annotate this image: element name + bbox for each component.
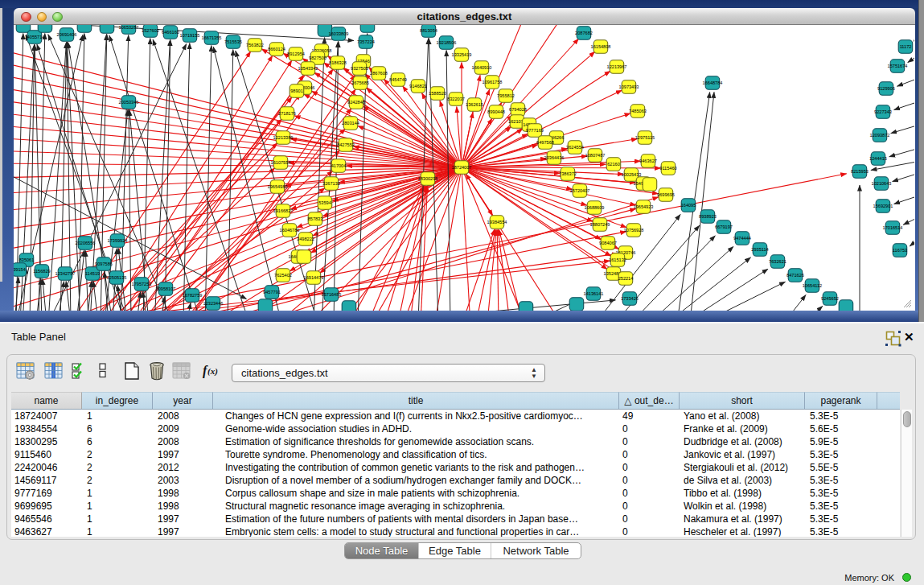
svg-text:16046786: 16046786: [280, 228, 300, 233]
svg-text:8454749: 8454749: [389, 77, 407, 82]
svg-text:8322037: 8322037: [447, 97, 465, 101]
svg-text:20364436: 20364436: [544, 155, 565, 160]
svg-text:10973493: 10973493: [619, 84, 639, 89]
svg-text:1615132: 1615132: [609, 257, 626, 262]
svg-text:10756928: 10756928: [624, 228, 644, 233]
svg-text:9327505: 9327505: [351, 66, 368, 71]
svg-text:9115460: 9115460: [659, 166, 676, 171]
svg-text:12342757: 12342757: [55, 271, 76, 276]
svg-text:9084067: 9084067: [599, 241, 617, 245]
svg-text:15716485: 15716485: [322, 292, 342, 297]
svg-text:1156829: 1156829: [33, 269, 50, 274]
svg-text:7563822: 7563822: [246, 43, 264, 47]
svg-text:9245652: 9245652: [821, 296, 839, 301]
svg-text:8813054: 8813054: [420, 28, 437, 33]
svg-text:62160: 62160: [607, 162, 620, 167]
svg-text:19654983: 19654983: [268, 184, 288, 189]
svg-text:12975115: 12975115: [635, 135, 655, 140]
svg-text:8938923: 8938923: [699, 214, 717, 219]
svg-text:53594: 53594: [318, 200, 331, 205]
svg-text:114519: 114519: [85, 271, 100, 276]
svg-text:16914479: 16914479: [304, 275, 324, 280]
svg-text:10961758: 10961758: [483, 80, 503, 84]
svg-text:9097586: 9097586: [95, 262, 113, 266]
svg-text:417004: 417004: [331, 163, 347, 168]
svg-text:8912954: 8912954: [287, 51, 305, 56]
svg-text:6794028: 6794028: [509, 107, 527, 112]
svg-text:3675685: 3675685: [351, 80, 369, 85]
svg-text:17359924: 17359924: [108, 238, 128, 243]
svg-text:16640910: 16640910: [472, 65, 492, 70]
svg-text:116753: 116753: [893, 248, 907, 253]
svg-text:9827500: 9827500: [309, 56, 326, 60]
svg-text:12505135: 12505135: [107, 275, 127, 280]
svg-text:8427552: 8427552: [337, 142, 355, 147]
svg-text:10210643: 10210643: [872, 181, 892, 186]
svg-text:14136141: 14136141: [584, 291, 604, 296]
svg-text:3267130: 3267130: [322, 181, 340, 186]
svg-text:18300295: 18300295: [418, 176, 438, 181]
svg-text:2935114: 2935114: [751, 247, 768, 252]
svg-text:7515535: 7515535: [224, 39, 242, 44]
svg-text:9474444: 9474444: [733, 236, 751, 241]
svg-text:13325419: 13325419: [452, 52, 472, 57]
svg-text:16107554: 16107554: [271, 160, 291, 165]
svg-text:10654112: 10654112: [803, 283, 822, 288]
svg-text:39154: 39154: [14, 267, 26, 272]
svg-text:9146821: 9146821: [409, 84, 427, 89]
svg-text:10719155: 10719155: [180, 33, 200, 38]
svg-text:16033809: 16033809: [329, 31, 349, 36]
svg-text:12323446: 12323446: [203, 301, 224, 306]
svg-text:16782759: 16782759: [183, 293, 203, 298]
svg-text:6679197: 6679197: [715, 225, 733, 229]
svg-text:9457791: 9457791: [263, 290, 281, 295]
svg-text:19384554: 19384554: [487, 220, 507, 225]
svg-text:18807249: 18807249: [590, 222, 610, 227]
svg-text:7955812: 7955812: [497, 93, 515, 98]
svg-text:10958107: 10958107: [156, 286, 176, 291]
svg-text:16648784: 16648784: [703, 80, 723, 85]
svg-text:8660124: 8660124: [268, 47, 285, 51]
svg-text:12093872: 12093872: [870, 133, 890, 138]
svg-text:8990448: 8990448: [487, 109, 505, 114]
svg-text:10807487: 10807487: [585, 153, 606, 158]
svg-text:(x): (x): [207, 366, 218, 377]
svg-text:857833: 857833: [308, 216, 323, 221]
svg-text:15692901: 15692901: [873, 204, 893, 208]
svg-text:19166827: 19166827: [273, 208, 294, 213]
svg-text:19654923: 19654923: [634, 204, 654, 209]
svg-text:7625402: 7625402: [274, 273, 292, 278]
svg-text:10688609: 10688609: [585, 205, 605, 210]
svg-text:20206556: 20206556: [76, 241, 96, 245]
svg-text:7386372: 7386372: [559, 171, 577, 176]
svg-text:8186328: 8186328: [329, 60, 347, 65]
svg-text:2803144: 2803144: [342, 121, 359, 126]
svg-text:12213389: 12213389: [273, 135, 294, 140]
svg-text:17016514: 17016514: [883, 225, 903, 230]
svg-text:20691406: 20691406: [57, 32, 77, 37]
svg-text:9777169: 9777169: [526, 128, 544, 133]
svg-text:18724007: 18724007: [452, 165, 472, 170]
svg-text:1588520: 1588520: [429, 91, 446, 96]
svg-text:7632621: 7632621: [769, 259, 786, 264]
svg-text:252214: 252214: [618, 276, 634, 281]
svg-text:1362615: 1362615: [466, 102, 483, 107]
svg-text:2718176: 2718176: [278, 111, 296, 116]
svg-text:2087682: 2087682: [575, 31, 593, 35]
svg-text:835061: 835061: [19, 257, 35, 262]
svg-text:10653287: 10653287: [119, 25, 139, 30]
svg-text:14055714: 14055714: [25, 35, 45, 39]
svg-text:8471626: 8471626: [786, 273, 804, 278]
svg-text:1244415: 1244415: [869, 156, 887, 161]
svg-text:15751674: 15751674: [888, 64, 908, 68]
svg-text:12213967: 12213967: [607, 64, 627, 69]
svg-text:19218506: 19218506: [437, 40, 457, 45]
svg-text:1527602: 1527602: [142, 28, 159, 33]
svg-text:7485063: 7485063: [629, 109, 647, 113]
svg-text:3498222: 3498222: [297, 237, 314, 241]
svg-text:9227343: 9227343: [874, 109, 892, 114]
svg-text:9242848: 9242848: [347, 100, 365, 105]
svg-text:15720407: 15720407: [570, 188, 590, 193]
svg-text:9699695: 9699695: [657, 192, 675, 197]
svg-text:20053346: 20053346: [119, 100, 139, 105]
